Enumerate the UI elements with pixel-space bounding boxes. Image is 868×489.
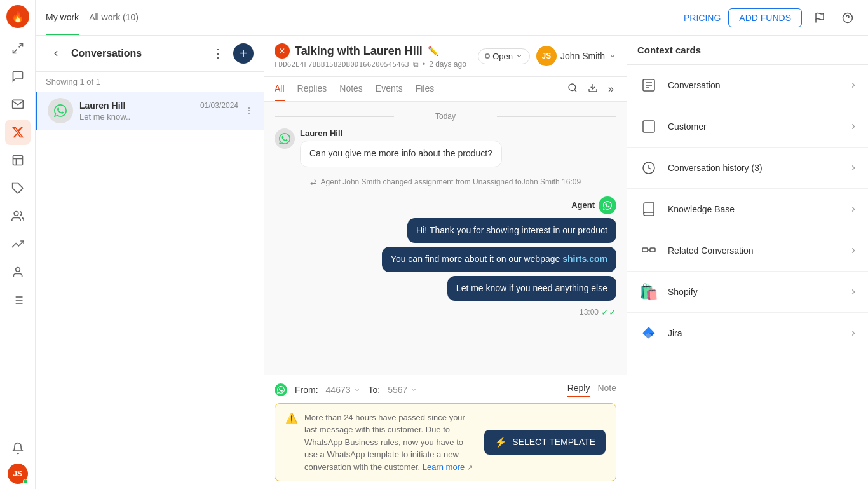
agent-bubble-3: Let me know if you need anything else	[447, 276, 616, 301]
tab-files[interactable]: Files	[416, 77, 435, 101]
chevron-right-icon	[849, 163, 858, 172]
nav-icon-inbox[interactable]	[5, 36, 31, 61]
nav-icon-tags[interactable]	[5, 176, 31, 201]
customer-message-bubble: Can you give me more info about the prod…	[300, 141, 502, 167]
jira-card-icon	[637, 322, 660, 345]
nav-icon-chat[interactable]	[5, 64, 31, 89]
context-card-conversation[interactable]: Conversation	[627, 65, 868, 106]
context-card-related[interactable]: Related Conversation	[627, 230, 868, 272]
chevron-right-icon	[849, 122, 858, 131]
status-dot	[485, 53, 490, 59]
agent-badge[interactable]: JS John Smith	[536, 46, 616, 66]
reply-tab[interactable]: Reply	[567, 383, 590, 397]
chat-close-button[interactable]: ✕	[275, 43, 290, 59]
from-label: From:	[295, 385, 318, 395]
template-icon: ⚡	[494, 436, 507, 448]
user-avatar[interactable]: JS	[8, 464, 28, 484]
chevron-right-icon	[849, 205, 858, 214]
svg-rect-25	[650, 248, 655, 252]
copy-icon[interactable]: ⧉	[413, 60, 419, 69]
agent-bubble-2: You can find more about it on our webpag…	[382, 247, 616, 272]
tab-my-work[interactable]: My work	[46, 0, 79, 35]
time-separator: •	[423, 60, 425, 69]
message-time: 13:00	[580, 308, 599, 317]
status-badge[interactable]: Open	[478, 48, 530, 64]
more-icon[interactable]: »	[606, 81, 616, 97]
context-card-knowledge[interactable]: Knowledge Base	[627, 189, 868, 230]
from-selector[interactable]: 44673	[326, 385, 361, 395]
chat-time-ago: 2 days ago	[429, 60, 466, 69]
system-message: ⇄ Agent John Smith changed assignment fr…	[275, 175, 616, 189]
context-card-jira[interactable]: Jira	[627, 313, 868, 354]
edit-icon[interactable]: ✏️	[428, 46, 438, 56]
note-tab[interactable]: Note	[597, 383, 616, 397]
conversations-more-button[interactable]: ⋮	[208, 43, 228, 64]
agent-label: Agent	[571, 200, 595, 210]
context-sidebar: Context cards Conversation Customer	[627, 36, 868, 489]
logo-text: 🔥	[11, 11, 24, 23]
warning-icon: ⚠️	[285, 412, 298, 424]
tab-replies[interactable]: Replies	[297, 77, 327, 101]
search-icon[interactable]	[565, 80, 580, 98]
learn-more-link[interactable]: Learn more	[423, 462, 465, 472]
chat-meta: FDD62E4F7BBB1582DB0D166200545463 ⧉ • 2 d…	[275, 60, 473, 69]
history-card-icon	[637, 156, 660, 179]
add-conversation-button[interactable]: +	[233, 43, 254, 64]
nav-icon-messages[interactable]	[5, 92, 31, 117]
agent-bubble-1: Hi! Thank you for showing interest in ou…	[407, 218, 616, 244]
conversation-preview: Let me know..	[79, 112, 238, 121]
reply-mode-tabs: Reply Note	[567, 383, 616, 397]
context-card-customer[interactable]: Customer	[627, 106, 868, 148]
jira-card-label: Jira	[668, 328, 841, 338]
help-icon[interactable]	[837, 8, 858, 28]
tab-all[interactable]: All	[275, 77, 285, 101]
conversations-sidebar: Conversations ⋮ + Showing 1 of 1 Lauren …	[36, 36, 264, 489]
message-row-customer: Lauren Hill Can you give me more info ab…	[275, 128, 616, 167]
download-icon[interactable]	[585, 80, 600, 98]
pricing-link[interactable]: PRICING	[684, 13, 721, 23]
to-label: To:	[369, 385, 381, 395]
message-time-row: 13:00 ✓✓	[580, 307, 616, 317]
nav-icon-analytics[interactable]	[5, 148, 31, 173]
chat-area: ✕ Talking with Lauren Hill ✏️ FDD62E4F7B…	[264, 36, 627, 489]
context-card-history[interactable]: Conversation history (3)	[627, 148, 868, 189]
agent-channel-icon	[599, 196, 616, 214]
history-card-label: Conversation history (3)	[668, 163, 841, 173]
nav-icon-x[interactable]	[5, 120, 31, 145]
body-row: Conversations ⋮ + Showing 1 of 1 Lauren …	[36, 36, 868, 489]
whatsapp-icon	[275, 383, 287, 396]
customer-card-label: Customer	[668, 121, 841, 132]
conversation-card-icon	[637, 74, 660, 97]
to-selector[interactable]: 5567	[388, 385, 417, 395]
tab-all-work[interactable]: All work (10)	[89, 0, 139, 35]
conversation-more-button[interactable]: ⋮	[245, 106, 254, 116]
conversation-item[interactable]: Lauren Hill 01/03/2024 Let me know.. ⋮	[36, 92, 264, 130]
header-right: PRICING ADD FUNDS	[684, 8, 858, 28]
system-message-icon: ⇄	[310, 177, 316, 186]
svg-line-1	[13, 50, 17, 53]
nav-icon-bell[interactable]	[5, 436, 31, 461]
knowledge-card-icon	[637, 198, 660, 221]
tab-notes[interactable]: Notes	[339, 77, 363, 101]
add-funds-button[interactable]: ADD FUNDS	[728, 8, 802, 27]
nav-sidebar: 🔥 JS	[0, 0, 36, 489]
select-template-button[interactable]: ⚡ SELECT TEMPLATE	[484, 430, 606, 455]
top-header: My work All work (10) PRICING ADD FUNDS	[36, 0, 868, 36]
back-button[interactable]	[46, 43, 66, 64]
app-logo[interactable]: 🔥	[6, 5, 29, 28]
svg-point-5	[15, 268, 20, 272]
svg-point-4	[14, 212, 18, 216]
reply-area: From: 44673 To: 5567 Reply	[264, 375, 627, 490]
context-card-shopify[interactable]: 🛍️ Shopify	[627, 272, 868, 313]
conversations-title: Conversations	[71, 48, 203, 59]
tab-events[interactable]: Events	[376, 77, 403, 101]
agent-avatar: JS	[536, 46, 557, 66]
nav-icon-team[interactable]	[5, 203, 31, 229]
nav-icon-trending[interactable]	[5, 231, 31, 257]
svg-line-16	[574, 90, 576, 92]
flag-icon[interactable]	[810, 8, 830, 28]
nav-icon-contacts[interactable]	[5, 259, 31, 285]
nav-icon-list[interactable]	[5, 287, 31, 313]
chevron-right-icon	[849, 81, 858, 90]
conversation-date: 01/03/2024	[200, 101, 238, 110]
